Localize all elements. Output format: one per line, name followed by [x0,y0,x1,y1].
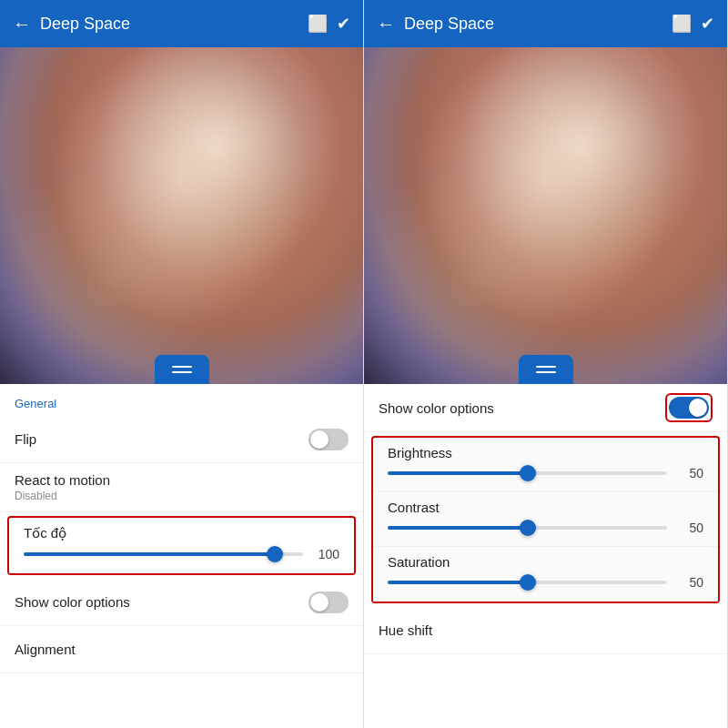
right-handle-line-2 [536,371,556,373]
right-color-options-section: Brightness 50 Contrast 50 [371,436,720,603]
right-nebula-overlay [364,47,727,384]
left-image-area [0,47,363,384]
left-flip-label: Flip [15,431,308,447]
left-speed-section: Tốc độ 100 [7,516,356,575]
left-speed-label: Tốc độ [24,525,339,541]
left-alignment-row: Alignment [0,626,363,673]
left-show-color-label: Show color options [15,594,308,610]
left-wallpaper-icon[interactable]: ⬜ [308,14,328,34]
right-hue-shift-row: Hue shift [364,607,727,654]
left-react-motion-row: React to motion Disabled [0,463,363,512]
left-handle-bar[interactable] [155,355,209,384]
right-contrast-setting: Contrast 50 [373,492,718,547]
right-image-area [364,47,727,384]
right-contrast-value: 50 [676,521,703,535]
left-speed-value: 100 [312,547,339,561]
left-color-toggle[interactable] [308,592,349,613]
right-panel-title: Deep Space [404,15,662,34]
right-check-button[interactable]: ✔ [701,14,714,34]
right-show-color-row: Show color options [364,384,727,432]
left-speed-track[interactable] [24,552,303,556]
left-section-general: General [0,384,363,416]
right-color-toggle-knob [689,399,707,417]
left-handle-lines [172,366,192,373]
left-nebula-overlay [0,47,363,384]
left-flip-row: Flip [0,416,363,463]
right-handle-line-1 [536,366,556,368]
right-contrast-slider-row: 50 [388,521,703,535]
right-handle-lines [536,366,556,373]
left-header: ← Deep Space ⬜ ✔ [0,0,363,47]
right-header: ← Deep Space ⬜ ✔ [364,0,727,47]
left-panel: ← Deep Space ⬜ ✔ General Flip React to m… [0,0,364,728]
right-brightness-track[interactable] [388,471,667,475]
left-react-motion-sublabel: Disabled [15,490,349,502]
left-speed-fill [24,552,275,556]
right-contrast-fill [388,526,528,530]
left-speed-slider-row: 100 [24,547,339,561]
right-brightness-fill [388,471,528,475]
left-flip-toggle[interactable] [308,429,349,450]
right-saturation-value: 50 [676,575,703,590]
right-saturation-thumb[interactable] [520,574,536,591]
left-handle-line-2 [172,371,192,373]
right-contrast-thumb[interactable] [520,520,536,536]
right-hue-shift-label: Hue shift [379,622,713,638]
right-contrast-track[interactable] [388,526,667,530]
left-react-motion-label: React to motion [15,472,349,488]
right-brightness-slider-row: 50 [388,466,703,480]
right-show-color-label: Show color options [379,400,665,416]
right-back-button[interactable]: ← [377,14,395,35]
left-check-button[interactable]: ✔ [337,14,350,34]
left-panel-title: Deep Space [40,15,298,34]
right-saturation-fill [388,581,528,584]
left-back-button[interactable]: ← [13,14,31,35]
right-saturation-slider-row: 50 [388,575,703,590]
left-show-color-row: Show color options [0,579,363,626]
right-contrast-label: Contrast [388,500,703,515]
right-wallpaper-icon[interactable]: ⬜ [672,14,692,34]
left-speed-thumb[interactable] [267,546,283,562]
right-settings-area: Show color options Brightness 50 [364,384,727,728]
left-alignment-label: Alignment [15,642,349,657]
left-settings-area: General Flip React to motion Disabled Tố… [0,384,363,728]
left-handle-line-1 [172,366,192,368]
right-saturation-track[interactable] [388,581,667,584]
left-color-toggle-knob [310,593,329,612]
right-color-toggle-highlight [665,393,713,422]
right-brightness-value: 50 [676,466,703,480]
right-panel: ← Deep Space ⬜ ✔ Show color options [364,0,728,728]
right-saturation-label: Saturation [388,554,703,570]
right-brightness-setting: Brightness 50 [373,438,718,492]
right-brightness-thumb[interactable] [520,465,536,481]
left-speed-slider-setting: Tốc độ 100 [9,518,354,573]
right-handle-bar[interactable] [519,355,573,384]
right-saturation-setting: Saturation 50 [373,547,718,602]
right-color-toggle[interactable] [669,397,709,419]
right-brightness-label: Brightness [388,445,703,460]
left-flip-toggle-knob [310,430,329,449]
